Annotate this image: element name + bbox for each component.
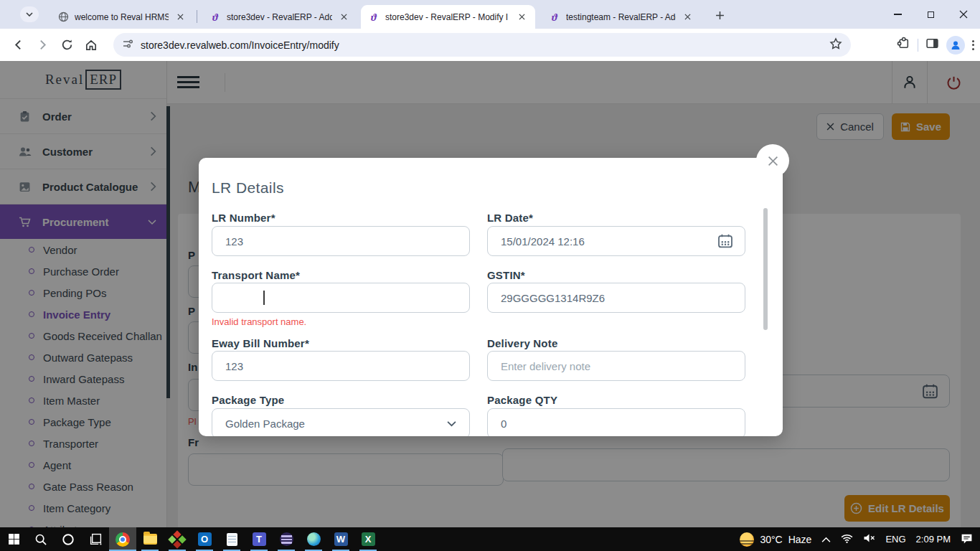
url-text[interactable]: store3dev.revalweb.com/InvoiceEntry/modi…: [141, 39, 829, 51]
taskbar-file-explorer-button[interactable]: [136, 527, 164, 551]
taskbar-eclipse-button[interactable]: [273, 527, 300, 551]
excel-icon: X: [362, 532, 375, 546]
chrome-icon: [116, 532, 130, 547]
taskbar: O T W X 30°C Haze: [0, 527, 980, 551]
new-tab-button[interactable]: [712, 8, 727, 22]
site-settings-icon[interactable]: [122, 38, 133, 52]
taskbar-pinwheel-app-button[interactable]: [164, 527, 191, 551]
task-view-icon: [90, 533, 102, 545]
window-controls: [881, 0, 980, 29]
chevron-up-icon: [821, 537, 831, 543]
tab-close-icon[interactable]: [682, 11, 694, 23]
edge-icon: [307, 532, 321, 546]
tab-close-icon[interactable]: [516, 11, 528, 23]
calendar-icon[interactable]: [717, 232, 734, 253]
taskbar-excel-button[interactable]: X: [354, 527, 382, 551]
clock[interactable]: 2:09 PM: [916, 534, 951, 545]
volume-muted-icon: [863, 533, 875, 543]
search-icon: [34, 533, 47, 546]
window-close-button[interactable]: [947, 0, 980, 29]
taskbar-search-button[interactable]: [27, 527, 55, 551]
lr-number-input[interactable]: [212, 226, 470, 256]
weather-temp: 30°C: [760, 534, 782, 545]
modal-close-button[interactable]: [756, 144, 789, 177]
browser-menu-icon[interactable]: [972, 40, 974, 50]
chevron-down-icon: [26, 12, 33, 17]
tab-close-icon[interactable]: [174, 11, 187, 23]
tab-close-icon[interactable]: [338, 11, 350, 23]
revalerp-favicon: ϑ: [549, 11, 560, 23]
transport-name-input[interactable]: [212, 283, 470, 313]
side-panel-icon[interactable]: [925, 37, 939, 53]
package-qty-input[interactable]: [487, 408, 745, 436]
notepad-icon: [227, 533, 237, 546]
modal-scrollbar[interactable]: [763, 208, 768, 330]
eclipse-icon: [280, 532, 293, 546]
task-view-button[interactable]: [82, 527, 109, 551]
toolbar-divider: [918, 39, 918, 52]
revalerp-favicon: ϑ: [209, 11, 221, 23]
reload-button[interactable]: [55, 33, 79, 57]
language-indicator[interactable]: ENG: [885, 534, 905, 545]
taskbar-word-button[interactable]: W: [327, 527, 354, 551]
package-type-value: Golden Package: [225, 418, 447, 430]
tab-modify-invoice[interactable]: ϑ store3dev - RevalERP - Modify I: [361, 5, 535, 29]
lr-date-input[interactable]: [487, 226, 745, 256]
browser-tabstrip: welcome to Reval HRMS ϑ store3dev - Reva…: [0, 0, 980, 29]
text-cursor: [263, 291, 265, 305]
address-bar[interactable]: store3dev.revalweb.com/InvoiceEntry/modi…: [113, 33, 851, 57]
teams-icon: T: [253, 532, 266, 546]
lr-number-label: LR Number*: [212, 212, 275, 224]
volume-muted-button[interactable]: [863, 533, 875, 545]
tray-expand-button[interactable]: [821, 534, 831, 545]
eway-bill-label: Eway Bill Number*: [212, 337, 309, 349]
taskbar-edge-button[interactable]: [300, 527, 327, 551]
wifi-icon: [841, 534, 853, 543]
extensions-icon[interactable]: [897, 37, 910, 53]
lr-details-modal: LR Details LR Number* LR Date* Transport…: [199, 158, 783, 436]
lr-date-label: LR Date*: [487, 212, 533, 224]
transport-name-error: Invalid transport name.: [212, 316, 306, 327]
window-restore-button[interactable]: [914, 0, 947, 29]
pinwheel-app-icon: [168, 530, 186, 548]
package-qty-label: Package QTY: [487, 394, 557, 406]
tab-reval-hrms[interactable]: welcome to Reval HRMS: [50, 5, 194, 29]
weather-widget[interactable]: 30°C Haze: [740, 532, 811, 547]
chevron-down-icon: [447, 420, 456, 427]
cortana-button[interactable]: [55, 527, 82, 551]
gstin-input[interactable]: [487, 283, 745, 313]
package-type-label: Package Type: [212, 394, 284, 406]
gstin-label: GSTIN*: [487, 269, 525, 281]
taskbar-chrome-button[interactable]: [109, 527, 136, 551]
screen: welcome to Reval HRMS ϑ store3dev - Reva…: [0, 0, 980, 551]
modal-body: LR Details LR Number* LR Date* Transport…: [199, 158, 783, 436]
profile-avatar[interactable]: [946, 36, 965, 55]
action-center-button[interactable]: [961, 533, 973, 546]
package-type-select[interactable]: Golden Package: [212, 408, 470, 436]
outlook-icon: O: [198, 532, 212, 546]
eway-bill-input[interactable]: [212, 351, 470, 381]
close-icon: [768, 156, 778, 166]
home-button[interactable]: [79, 33, 103, 57]
wifi-button[interactable]: [841, 534, 853, 545]
tab-title: store3dev - RevalERP - Add Inv: [227, 12, 332, 22]
file-explorer-icon: [143, 534, 157, 545]
modal-title: LR Details: [212, 179, 284, 197]
taskbar-outlook-button[interactable]: O: [191, 527, 218, 551]
taskbar-teams-button[interactable]: T: [245, 527, 273, 551]
forward-button[interactable]: [30, 33, 55, 57]
tab-search-button[interactable]: [20, 6, 39, 22]
transport-name-label: Transport Name*: [212, 269, 300, 281]
back-button[interactable]: [6, 33, 30, 57]
windows-icon: [8, 533, 20, 545]
window-minimize-button[interactable]: [881, 0, 914, 29]
globe-icon: [57, 11, 69, 23]
delivery-note-input[interactable]: [487, 351, 745, 381]
start-button[interactable]: [0, 527, 27, 551]
tab-title: welcome to Reval HRMS: [75, 12, 169, 22]
bookmark-star-icon[interactable]: [829, 37, 842, 53]
tab-testingteam[interactable]: ϑ testingteam - RevalERP - Add V: [542, 5, 701, 29]
taskbar-notepad-button[interactable]: [218, 527, 245, 551]
tab-add-invoice[interactable]: ϑ store3dev - RevalERP - Add Inv: [202, 5, 357, 29]
tab-title: testingteam - RevalERP - Add V: [566, 12, 676, 22]
